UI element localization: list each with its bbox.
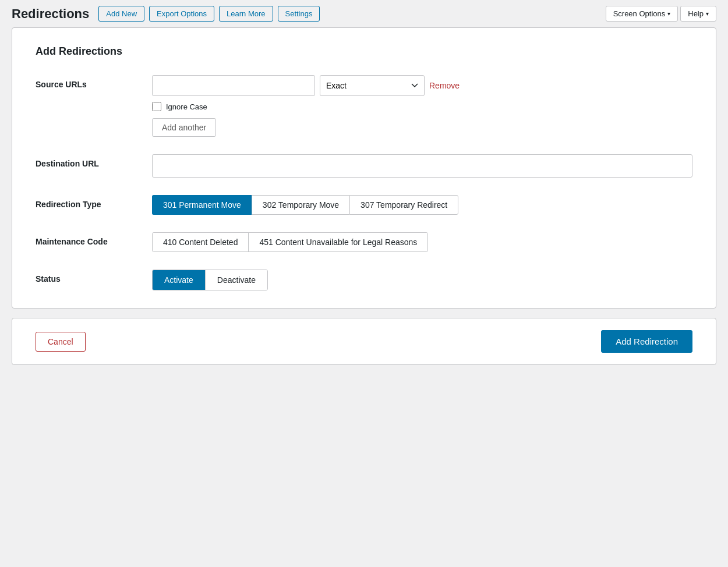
page-title: Redirections [12,6,89,22]
status-btn-group: Activate Deactivate [152,270,268,290]
type-302-button[interactable]: 302 Temporary Move [252,195,349,215]
destination-url-row: Destination URL [36,154,692,178]
status-row: Status Activate Deactivate [36,270,692,290]
deactivate-button[interactable]: Deactivate [206,270,267,290]
source-url-input[interactable] [152,75,315,96]
redirection-type-field: 301 Permanent Move 302 Temporary Move 30… [152,195,692,215]
chevron-down-icon: ▾ [667,10,670,17]
add-redirection-button[interactable]: Add Redirection [601,330,692,353]
destination-url-input[interactable] [152,154,692,178]
add-another-button[interactable]: Add another [152,118,216,137]
ignore-case-row: Ignore Case [152,102,692,111]
redirection-type-row: Redirection Type 301 Permanent Move 302 … [36,195,692,215]
status-label: Status [36,270,152,284]
settings-button[interactable]: Settings [278,6,320,22]
match-type-select[interactable]: Exact Regex [320,75,425,96]
redirection-type-label: Redirection Type [36,195,152,209]
ignore-case-label[interactable]: Ignore Case [166,102,207,111]
source-url-input-row: Exact Regex Remove [152,75,692,96]
card-title: Add Redirections [36,45,692,58]
chevron-down-icon: ▾ [706,10,709,17]
screen-options-button[interactable]: Screen Options ▾ [606,6,678,22]
ignore-case-checkbox[interactable] [152,102,161,111]
maint-451-button[interactable]: 451 Content Unavailable for Legal Reason… [249,233,427,251]
source-urls-field: Exact Regex Remove Ignore Case Add anoth… [152,75,692,137]
help-label: Help [688,9,704,18]
type-301-button[interactable]: 301 Permanent Move [152,195,252,215]
activate-button[interactable]: Activate [153,270,206,290]
type-307-button[interactable]: 307 Temporary Redirect [349,195,458,215]
maintenance-code-field: 410 Content Deleted 451 Content Unavaila… [152,232,692,252]
screen-options-label: Screen Options [613,9,666,18]
cancel-button[interactable]: Cancel [36,332,86,352]
help-button[interactable]: Help ▾ [680,6,716,22]
learn-more-button[interactable]: Learn More [219,6,273,22]
destination-url-field [152,154,692,178]
maintenance-code-label: Maintenance Code [36,232,152,246]
export-options-button[interactable]: Export Options [149,6,214,22]
destination-url-label: Destination URL [36,154,152,168]
maintenance-code-btn-group: 410 Content Deleted 451 Content Unavaila… [152,232,428,252]
add-redirections-card: Add Redirections Source URLs Exact Regex… [12,27,716,309]
add-new-button[interactable]: Add New [98,6,144,22]
form-footer: Cancel Add Redirection [12,318,716,365]
status-field: Activate Deactivate [152,270,692,290]
remove-link[interactable]: Remove [429,81,460,90]
source-urls-label: Source URLs [36,75,152,89]
redirection-type-btn-group: 301 Permanent Move 302 Temporary Move 30… [152,195,692,215]
source-urls-row: Source URLs Exact Regex Remove Ignore Ca… [36,75,692,137]
maintenance-code-row: Maintenance Code 410 Content Deleted 451… [36,232,692,252]
maint-410-button[interactable]: 410 Content Deleted [153,233,249,251]
